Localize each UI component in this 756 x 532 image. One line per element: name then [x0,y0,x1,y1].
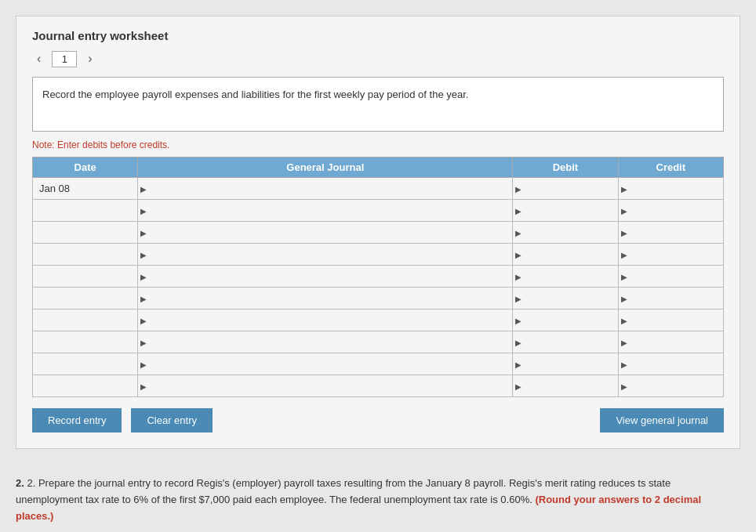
credit-input-8[interactable] [630,331,723,353]
tab-number[interactable]: 1 [52,51,77,67]
credit-input-6[interactable] [630,288,723,309]
gj-input-8[interactable] [149,331,512,353]
gj-input-4[interactable] [149,244,512,265]
credit-arrow-2: ▶ [621,206,627,215]
debit-cell-7[interactable]: ▶ [513,309,618,331]
debit-cell-10[interactable]: ▶ [513,375,618,397]
credit-input-1[interactable] [630,178,723,199]
view-general-journal-button[interactable]: View general journal [600,408,724,432]
gj-cell-8[interactable]: ▶ [138,331,513,353]
debit-input-1[interactable] [524,178,617,199]
table-row: ▶ ▶ ▶ [33,331,724,353]
debit-input-5[interactable] [524,266,617,287]
col-header-credit: Credit [618,157,723,178]
credit-arrow-10: ▶ [621,382,627,390]
credit-cell-1[interactable]: ▶ [618,178,723,200]
credit-input-4[interactable] [630,244,723,265]
gj-cell-6[interactable]: ▶ [138,288,513,309]
gj-cell-4[interactable]: ▶ [138,244,513,266]
next-arrow[interactable]: › [83,50,96,67]
debit-cell-3[interactable]: ▶ [513,222,618,244]
col-header-date: Date [33,157,138,178]
debit-cell-2[interactable]: ▶ [513,200,618,222]
gj-input-2[interactable] [149,200,512,221]
gj-cell-3[interactable]: ▶ [138,222,513,244]
credit-cell-2[interactable]: ▶ [618,200,723,222]
gj-cell-1[interactable]: ▶ [138,178,513,200]
credit-cell-3[interactable]: ▶ [618,222,723,244]
credit-input-7[interactable] [630,309,723,331]
arrow-icon-6: ▶ [140,294,147,302]
debit-input-6[interactable] [524,288,617,309]
debit-input-8[interactable] [524,331,617,353]
arrow-icon-1: ▶ [140,184,147,193]
record-entry-button[interactable]: Record entry [32,408,122,432]
credit-input-2[interactable] [630,200,723,221]
col-header-gj: General Journal [138,157,513,178]
debit-arrow-3: ▶ [515,228,522,237]
gj-input-7[interactable] [149,309,512,331]
credit-cell-5[interactable]: ▶ [618,266,723,288]
col-header-debit: Debit [513,157,618,178]
arrow-icon-10: ▶ [140,382,147,390]
clear-entry-button[interactable]: Clear entry [131,408,213,432]
credit-arrow-6: ▶ [621,294,627,302]
credit-cell-7[interactable]: ▶ [618,309,723,331]
debit-cell-1[interactable]: ▶ [513,178,618,200]
gj-cell-2[interactable]: ▶ [138,200,513,222]
arrow-icon-4: ▶ [140,250,147,259]
gj-cell-9[interactable]: ▶ [138,353,513,375]
debit-arrow-7: ▶ [515,316,522,324]
debit-cell-8[interactable]: ▶ [513,331,618,353]
credit-arrow-8: ▶ [621,338,627,346]
bottom-section: 2. 2. Prepare the journal entry to recor… [16,468,740,524]
credit-cell-9[interactable]: ▶ [618,353,723,375]
date-cell-4 [33,244,138,266]
gj-input-10[interactable] [149,375,512,396]
gj-cell-5[interactable]: ▶ [138,266,513,288]
credit-cell-8[interactable]: ▶ [618,331,723,353]
debit-cell-6[interactable]: ▶ [513,288,618,309]
table-row: ▶ ▶ ▶ [33,266,724,288]
date-cell-1: Jan 08 [33,178,138,200]
arrow-icon-8: ▶ [140,338,147,346]
debit-input-3[interactable] [524,222,617,243]
table-row: ▶ ▶ ▶ [33,200,724,222]
debit-input-10[interactable] [524,375,617,396]
bottom-number: 2. [16,477,24,489]
debit-cell-4[interactable]: ▶ [513,244,618,266]
gj-input-5[interactable] [149,266,512,287]
arrow-icon-2: ▶ [140,206,147,215]
arrow-icon-9: ▶ [140,360,147,368]
debit-cell-5[interactable]: ▶ [513,266,618,288]
credit-cell-10[interactable]: ▶ [618,375,723,397]
date-cell-7 [33,309,138,331]
prev-arrow[interactable]: ‹ [32,50,45,67]
gj-input-9[interactable] [149,353,512,375]
debit-input-4[interactable] [524,244,617,265]
credit-arrow-9: ▶ [621,360,627,368]
debit-input-9[interactable] [524,353,617,375]
debit-input-2[interactable] [524,200,617,221]
table-row: ▶ ▶ ▶ [33,244,724,266]
date-cell-3 [33,222,138,244]
gj-cell-10[interactable]: ▶ [138,375,513,397]
credit-input-10[interactable] [630,375,723,396]
credit-arrow-5: ▶ [621,272,627,280]
gj-cell-7[interactable]: ▶ [138,309,513,331]
debit-input-7[interactable] [524,309,617,331]
outer-container: Journal entry worksheet ‹ 1 › Record the… [16,16,740,524]
credit-input-9[interactable] [630,353,723,375]
debit-cell-9[interactable]: ▶ [513,353,618,375]
credit-input-3[interactable] [630,222,723,243]
credit-input-5[interactable] [630,266,723,287]
gj-input-6[interactable] [149,288,512,309]
credit-cell-6[interactable]: ▶ [618,288,723,309]
note-text: Note: Enter debits before credits. [32,139,724,150]
arrow-icon-7: ▶ [140,316,147,324]
gj-input-3[interactable] [149,222,512,243]
gj-input-1[interactable] [149,178,512,199]
credit-cell-4[interactable]: ▶ [618,244,723,266]
button-row: Record entry Clear entry View general jo… [32,408,724,432]
date-value: Jan 08 [39,183,70,194]
